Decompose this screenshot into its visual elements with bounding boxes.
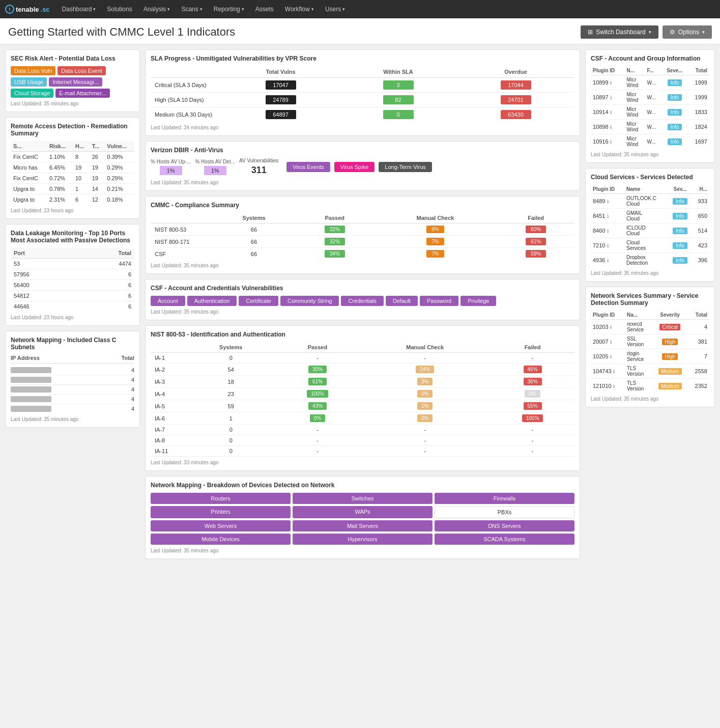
table-row: Fix CentC0.72%10190.29% [11,173,134,184]
table-row: Upgra to0.78%1140.21% [11,184,134,194]
table-row: 7210 ℹ CloudServices Info 423 [591,238,709,253]
gear-icon: ⚙ [670,29,675,36]
network-mapping-subnets-card: Network Mapping - Included Class C Subne… [5,331,140,428]
nist-ia-footer: Last Updated: 33 minutes ago [151,460,574,465]
grid-icon: ⊞ [588,29,593,36]
table-row: IA-4 23 100% 0% 0% [151,388,574,400]
table-row: IA-11 0 - - - [151,446,574,457]
btn-printers[interactable]: Printers [151,506,291,518]
tag-password[interactable]: Password [420,296,458,306]
net-breakdown-title: Network Mapping - Breakdown of Devices D… [151,482,574,489]
remote-access-table: S... Risk... H... T... Vulne... Fix Cent… [11,141,134,205]
csf-account-footer: Last Updated: 35 minutes ago [591,152,709,157]
nav-scans[interactable]: Scans ▾ [176,0,207,18]
table-row: 10203 ℹ rexecdService Critical 4 [591,320,709,334]
tag-data-loss-event[interactable]: Data Loss Event [57,66,106,75]
nav-solutions[interactable]: Solutions [102,0,137,18]
net-breakdown-footer: Last Updated: 35 minutes ago [151,548,574,553]
table-row: 548126 [11,291,134,301]
virus-spike-tag[interactable]: Virus Spike [334,162,375,172]
table-row: 20007 ℹ SSLVersion High 381 [591,334,709,349]
tag-data-loss-vuln[interactable]: Data Loss Vuln [11,66,55,75]
options-button[interactable]: ⚙ Options ▾ [663,25,712,39]
nav-analysis[interactable]: Analysis ▾ [138,0,176,18]
nav-workflow[interactable]: Workflow ▾ [280,0,319,18]
table-row: IA-8 0 - - - [151,435,574,446]
network-mapping-title: Network Mapping - Included Class C Subne… [11,337,134,351]
table-row: 8460 ℹ ICLOUDCloud Info 514 [591,223,709,238]
tag-credentials[interactable]: Credentials [341,296,384,306]
table-row: 446466 [11,301,134,312]
btn-mobile-devices[interactable]: Mobile Devices [151,534,291,545]
table-row: IA-2 54 30% 24% 46% [151,363,574,376]
tag-certificate[interactable]: Certificate [239,296,278,306]
cloud-services-table: Plugin ID Name Sev... H... 8489 ℹ OUTLOO… [591,185,709,267]
table-row: 10916 ℹ MicrWind W... Info 1697 [591,134,709,149]
sec-risk-footer: Last Updated: 35 minutes ago [11,101,134,106]
sla-footer: Last Updated: 34 minutes ago [151,125,574,130]
table-row: Micro has6.45%19190.29% [11,162,134,173]
nist-ia-title: NIST 800-53 - Identification and Authent… [151,331,574,338]
table-row: NIST 800-53 66 32% 8% 60% [151,223,574,236]
btn-pbxs[interactable]: PBXs [435,506,574,518]
net-breakdown-card: Network Mapping - Breakdown of Devices D… [145,476,580,559]
btn-firewalls[interactable]: Firewalls [435,493,574,504]
csf-account-table: Plugin ID N... F... Seve... Total 10899 … [591,66,709,149]
table-row: 564006 [11,280,134,291]
compliance-footer: Last Updated: 35 minutes ago [151,263,574,268]
ip-row: 4 [11,375,134,385]
compliance-card: CMMC - Compliance Summary Systems Passed… [145,196,580,274]
table-row: Medium (SLA 30 Days) 64897 0 63430 [151,107,574,122]
av-title: Verizon DBIR - Anti-Virus [151,147,574,154]
net-services-table: Plugin ID Na... Severity Total 10203 ℹ r… [591,311,709,393]
tag-community-string[interactable]: Community String [280,296,339,306]
tag-cloud-storage[interactable]: Cloud Storage [11,89,53,98]
switch-dashboard-button[interactable]: ⊞ Switch Dashboard ▾ [581,25,658,39]
table-row: 10899 ℹ MicrWind W... Info 1999 [591,75,709,90]
tag-privilege[interactable]: Privilege [460,296,496,306]
btn-switches[interactable]: Switches [293,493,433,504]
nist-ia-card: NIST 800-53 - Identification and Authent… [145,325,580,471]
cloud-services-card: Cloud Services - Services Detected Plugi… [585,168,715,282]
long-term-virus-tag[interactable]: Long-Term Virus [379,162,432,172]
tag-authentication[interactable]: Authentication [187,296,237,306]
virus-events-tag[interactable]: Virus Events [286,162,330,172]
logo[interactable]: t tenable.sc [5,5,50,14]
csf-account-title: CSF - Account and Group Information [591,55,709,62]
tag-internet-messaging[interactable]: Internet Messagi... [49,77,102,87]
table-row: 534474 [11,259,134,269]
sla-table: Total Vulns Within SLA Overdue Critical … [151,66,574,122]
btn-hypervisors[interactable]: Hypervisors [293,534,433,545]
table-row: Critical (SLA 3 Days) 17047 3 17044 [151,78,574,93]
nav-reporting[interactable]: Reporting ▾ [209,0,249,18]
tag-email-attachment[interactable]: E-mail Attachmer... [55,89,109,98]
btn-routers[interactable]: Routers [151,493,291,504]
table-row: IA-7 0 - - - [151,425,574,435]
nav-users[interactable]: Users ▾ [320,0,350,18]
btn-mail-servers[interactable]: Mail Servers [293,520,433,531]
btn-web-servers[interactable]: Web Servers [151,520,291,531]
btn-scada-systems[interactable]: SCADA Systems [435,534,574,545]
net-services-footer: Last Updated: 35 minutes ago [591,396,709,402]
ip-row: 4 [11,385,134,395]
tag-account[interactable]: Account [151,296,185,306]
cloud-services-footer: Last Updated: 35 minutes ago [591,270,709,276]
nav-dashboard[interactable]: Dashboard ▾ [57,0,101,18]
compliance-table: Systems Passed Manual Check Failed NIST … [151,213,574,260]
table-row: 10897 ℹ MicrWind W... Info 1999 [591,90,709,105]
nav-assets[interactable]: Assets [250,0,279,18]
data-leakage-title: Data Leakage Monitoring - Top 10 Ports M… [11,230,134,244]
csf-account-card: CSF - Account and Group Information Plug… [585,49,715,163]
tag-usb-usage[interactable]: USB Usage [11,77,47,87]
table-row: 8489 ℹ OUTLOOK.CCloud Info 933 [591,194,709,209]
tag-default[interactable]: Default [386,296,418,306]
table-row: Upgra to2.31%6120.18% [11,194,134,205]
sla-card: SLA Progress - Unmitigated Vulnerabiliti… [145,49,580,136]
btn-waps[interactable]: WAPs [293,506,433,518]
table-row: IA-6 1 0% 0% 100% [151,412,574,425]
remote-access-title: Remote Access Detection - Remediation Su… [11,123,134,137]
table-row: 8451 ℹ GMAILCloud Info 650 [591,209,709,223]
data-leakage-card: Data Leakage Monitoring - Top 10 Ports M… [5,224,140,326]
btn-dns-servers[interactable]: DNS Servers [435,520,574,531]
ip-row: 4 [11,395,134,404]
